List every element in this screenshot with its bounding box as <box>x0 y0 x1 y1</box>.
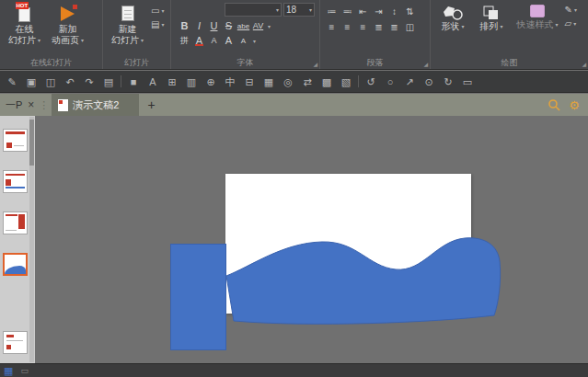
new-tab-button[interactable]: + <box>147 97 155 112</box>
italic-button[interactable]: I <box>192 19 206 32</box>
thumbnail-scrollbar-thumb[interactable] <box>29 120 34 166</box>
document-tab-bar: 一P × ⋮ 演示文稿2 + ⚙ <box>0 94 588 116</box>
target-icon[interactable]: ◎ <box>281 74 295 89</box>
slide-thumbnail-3[interactable] <box>3 211 28 234</box>
dropdown-arrow-icon: ▾ <box>161 7 164 14</box>
group-icon[interactable]: ▧ <box>339 74 353 89</box>
bullets-button[interactable]: ≔ <box>325 5 339 17</box>
grid-view-icon[interactable]: ▦ <box>4 365 13 376</box>
numbering-button[interactable]: ≕ <box>340 5 354 17</box>
arrow-icon[interactable]: ↗ <box>402 74 417 89</box>
align-center-button[interactable]: ≡ <box>340 20 354 33</box>
slide-thumbnail-4-selected[interactable] <box>3 253 28 276</box>
font-family-select[interactable]: ▾ <box>225 3 282 17</box>
dropdown-arrow-icon: ▾ <box>161 21 164 28</box>
char-spacing-button[interactable]: AV <box>251 19 265 32</box>
clear-format-button[interactable]: abe <box>236 19 250 32</box>
shape-circle-icon[interactable]: ○ <box>383 74 398 89</box>
new-slide-icon <box>118 4 138 23</box>
arrange-button[interactable]: 排列▾ <box>472 2 511 57</box>
dropdown-arrow-icon: ▾ <box>38 35 40 46</box>
font-color-button[interactable]: A <box>192 34 206 47</box>
separator <box>121 75 121 87</box>
align-left-button[interactable]: ≡ <box>325 20 339 33</box>
dropdown-arrow-icon: ▾ <box>500 21 502 32</box>
dropdown-arrow-icon: ▾ <box>268 23 271 29</box>
edit-shape-button[interactable]: ✎▾ <box>565 5 577 15</box>
separator <box>358 75 359 87</box>
table-icon[interactable]: ⊞ <box>165 74 179 89</box>
paragraph-dialog-launcher[interactable]: ◢ <box>423 61 428 67</box>
online-slides-button[interactable]: HOT 在线 幻灯片▾ <box>3 2 46 57</box>
align-right-button[interactable]: ≡ <box>356 20 370 33</box>
ribbon-group-drawing: 形状▾ 排列▾ 快速样式▾ ✎▾ ▱▾ 绘图 ◢ <box>431 0 588 69</box>
grow-font-button[interactable]: A <box>222 34 236 47</box>
slide-editing-canvas[interactable] <box>35 116 588 363</box>
distribute-icon[interactable]: ⊟ <box>242 74 257 89</box>
phonetic-guide-button[interactable]: 拼 <box>178 34 191 47</box>
dropdown-arrow-icon: ▾ <box>253 38 256 44</box>
close-tab-icon[interactable]: × <box>28 98 34 111</box>
search-icon[interactable] <box>548 98 560 111</box>
online-slides-icon: HOT <box>15 4 35 23</box>
grid-icon[interactable]: ▦ <box>261 74 276 89</box>
undo-icon[interactable]: ↶ <box>63 74 77 89</box>
text-direction-button[interactable]: ⇅ <box>403 5 417 17</box>
tab-presentation2[interactable]: 演示文稿2 <box>52 94 139 116</box>
shrink-font-button[interactable]: A <box>236 34 250 47</box>
dropdown-arrow-icon: ▾ <box>141 35 144 46</box>
shapes-icon[interactable]: ■ <box>126 74 141 89</box>
reset-slide-button[interactable]: ▤▾ <box>151 19 164 29</box>
save-icon[interactable]: ◫ <box>43 74 58 89</box>
decrease-indent-button[interactable]: ⇤ <box>356 5 370 17</box>
thumbnail-scrollbar-track[interactable] <box>29 117 34 362</box>
zoom-icon[interactable]: ⊙ <box>421 74 436 89</box>
partial-tab-label[interactable]: 一P <box>0 98 25 112</box>
layers-icon[interactable]: ▩ <box>319 74 334 89</box>
quick-styles-button[interactable]: 快速样式▾ <box>511 2 564 57</box>
columns-button[interactable]: ◫ <box>403 20 417 33</box>
rotate-left-icon[interactable]: ↺ <box>363 74 378 89</box>
shape-fill-button[interactable]: ▱▾ <box>565 18 577 29</box>
blue-wave-shape[interactable] <box>223 230 513 333</box>
slide-layout-button[interactable]: ▭▾ <box>151 6 164 16</box>
paste-icon[interactable]: ▣ <box>24 74 39 89</box>
font-size-select[interactable]: 18▾ <box>283 3 315 17</box>
increase-indent-button[interactable]: ⇥ <box>372 5 386 17</box>
drawing-dialog-launcher[interactable]: ◢ <box>582 61 586 67</box>
settings-gear-icon[interactable]: ⚙ <box>569 98 580 112</box>
add-animation-page-button[interactable]: 新加 动画页▾ <box>46 2 89 57</box>
slide-thumbnail-5[interactable] <box>3 331 28 354</box>
line-spacing-button[interactable]: ↕ <box>387 5 401 17</box>
ribbon-group-paragraph: ≔≕⇤⇥↕⇅ ≡≡≡≣≣◫ 段落 ◢ <box>320 0 431 69</box>
align-center-icon[interactable]: 中 <box>223 74 237 89</box>
format-painter-icon[interactable]: ✎ <box>5 74 19 89</box>
dropdown-arrow-icon: ▾ <box>555 19 558 30</box>
new-slide-button[interactable]: 新建 幻灯片▾ <box>106 2 149 57</box>
dropdown-arrow-icon: ▾ <box>81 35 84 46</box>
text-box-icon[interactable]: A <box>145 74 160 89</box>
redo-icon[interactable]: ↷ <box>82 74 97 89</box>
insert-icon[interactable]: ⊕ <box>203 74 218 89</box>
shapes-icon <box>442 5 464 21</box>
normal-view-icon[interactable]: ▭ <box>20 366 29 375</box>
distribute-button[interactable]: ≣ <box>387 20 401 33</box>
char-border-button[interactable]: A <box>207 34 221 47</box>
chart-icon[interactable]: ▥ <box>184 74 199 89</box>
slide-thumbnail-2[interactable] <box>3 170 28 193</box>
blue-rectangle-shape[interactable] <box>170 244 226 350</box>
tab-label: 演示文稿2 <box>73 98 119 112</box>
shapes-button[interactable]: 形状▾ <box>433 2 472 57</box>
refresh-icon[interactable]: ↻ <box>441 74 455 89</box>
bold-button[interactable]: B <box>178 19 191 32</box>
swap-icon[interactable]: ⇄ <box>300 74 315 89</box>
font-dialog-launcher[interactable]: ◢ <box>313 61 317 67</box>
justify-button[interactable]: ≣ <box>372 20 386 33</box>
underline-button[interactable]: U <box>207 19 221 32</box>
slide-panel-icon[interactable]: ▤ <box>101 74 116 89</box>
strikethrough-button[interactable]: S <box>222 19 236 32</box>
more-icon[interactable]: ▭ <box>460 74 475 89</box>
dropdown-arrow-icon: ▾ <box>574 6 577 13</box>
ribbon-group-font: ▾ 18▾ B I U S abe AV ▾ 拼 A A A A ▾ 字体 ◢ <box>171 0 320 69</box>
slide-thumbnail-1[interactable] <box>3 129 28 152</box>
